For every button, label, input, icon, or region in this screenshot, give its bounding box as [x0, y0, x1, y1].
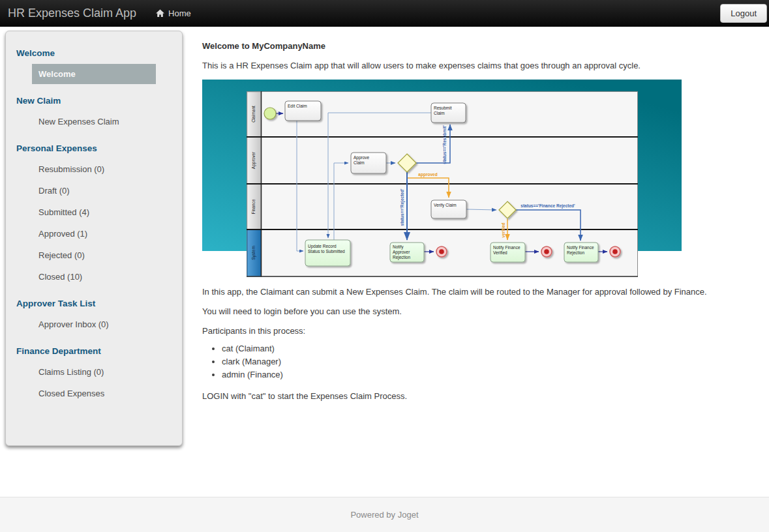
task-resubmit-claim: ResubmitClaim [431, 103, 466, 123]
bpmn-diagram: Claimant Approver Finance System [202, 80, 682, 277]
task-verify-claim: Verify Claim [431, 200, 466, 218]
sidebar-item-draft[interactable]: Draft (0) [32, 181, 156, 201]
sidebar-item-submitted[interactable]: Submitted (4) [32, 202, 156, 222]
page-title: Welcome to MyCompanyName [202, 41, 711, 51]
participants-list: cat (Claimant) clark (Manager) admin (Fi… [202, 342, 711, 381]
start-event-icon [264, 108, 276, 119]
sidebar-item-approver-inbox[interactable]: Approver Inbox (0) [32, 314, 156, 334]
label-approved: approved [418, 172, 437, 177]
app-title: HR Expenses Claim App [0, 7, 136, 20]
footer-text: Powered by Joget [350, 510, 418, 520]
sidebar-menu: Welcome Welcome New Claim New Expenses C… [5, 31, 183, 446]
sidebar-item-approved[interactable]: Approved (1) [32, 224, 156, 244]
task-update-record: Update RecordStatus to Submitted [305, 240, 350, 266]
paragraph-login-hint: LOGIN with "cat" to start the Expenses C… [202, 391, 711, 401]
paragraph-routing: In this app, the Claimant can submit a N… [202, 287, 711, 297]
nav-home-link[interactable]: Home [156, 8, 191, 18]
label-status-resubmit: status=='Resubmit' [442, 125, 447, 164]
label-status-rejected: status=='Rejected' [400, 188, 405, 226]
nav-home-label: Home [168, 8, 191, 18]
participant-cat: cat (Claimant) [222, 342, 711, 355]
lane-label-finance: Finance [251, 199, 256, 214]
end-event-icon-3 [610, 246, 620, 257]
swimlane-panel: Claimant Approver Finance System [247, 91, 638, 277]
paragraph-participants: Participants in this process: [202, 326, 711, 336]
end-event-icon-2 [541, 246, 552, 257]
sidebar-item-closed-expenses[interactable]: Closed Expenses [32, 383, 156, 404]
participant-admin: admin (Finance) [222, 368, 711, 381]
logout-button[interactable]: Logout [720, 4, 767, 23]
task-notify-finance-rejection: Notify FinanceRejection [564, 243, 598, 262]
sidebar-heading-welcome: Welcome [6, 38, 182, 64]
lane-label-approver: Approver [251, 151, 256, 169]
sidebar-item-new-expenses-claim[interactable]: New Expenses Claim [32, 111, 156, 132]
sidebar-heading-finance-department: Finance Department [6, 336, 182, 362]
label-verified: verified [501, 222, 505, 237]
sidebar-heading-approver-task-list: Approver Task List [6, 288, 182, 314]
task-notify-approver-rejection: NotifyApproverRejection [390, 243, 424, 262]
task-edit-claim: Edit Claim [285, 101, 321, 121]
sidebar-heading-new-claim: New Claim [6, 85, 182, 111]
sidebar-item-claims-listing[interactable]: Claims Listing (0) [32, 362, 156, 382]
svg-text:Edit Claim: Edit Claim [288, 104, 307, 108]
top-navbar: HR Expenses Claim App Home Logout [0, 0, 769, 27]
workflow-diagram-image: Claimant Approver Finance System [202, 80, 682, 277]
sidebar-heading-personal-expenses: Personal Expenses [6, 133, 182, 159]
page-footer: Powered by Joget [0, 497, 769, 532]
lane-label-system: System [251, 246, 256, 260]
svg-text:Verify Claim: Verify Claim [434, 203, 457, 208]
paragraph-login-required: You will need to login before you can us… [202, 306, 711, 316]
task-approve-claim: ApproveClaim [351, 153, 386, 173]
task-notify-finance-verified: Notify FinanceVerified [490, 243, 525, 262]
intro-paragraph: This is a HR Expenses Claim app that wil… [202, 61, 711, 70]
sidebar-item-rejected[interactable]: Rejected (0) [32, 245, 156, 265]
sidebar-item-resubmission[interactable]: Resubmission (0) [32, 159, 156, 179]
sidebar-item-closed[interactable]: Closed (10) [32, 267, 156, 287]
main-content: Welcome to MyCompanyName This is a HR Ex… [202, 27, 711, 407]
lane-label-claimant: Claimant [251, 106, 256, 123]
home-icon [156, 9, 164, 18]
sidebar-item-welcome[interactable]: Welcome [32, 64, 156, 84]
label-status-finance-rejected: status=='Finance Rejected' [520, 203, 575, 209]
participant-clark: clark (Manager) [222, 355, 711, 368]
end-event-icon-1 [436, 246, 447, 257]
